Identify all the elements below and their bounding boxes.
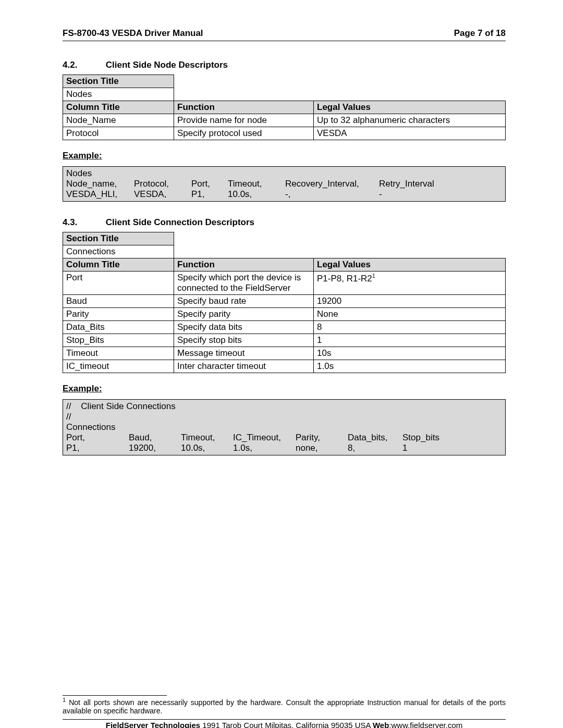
cell-legal: 10s [314, 347, 506, 360]
cell-column: Stop_Bits [63, 334, 174, 347]
example-col: Port, P1, [66, 433, 129, 453]
cell-legal: 1 [314, 334, 506, 347]
table-row: PortSpecify which port the device is con… [63, 272, 506, 295]
section-number: 4.2. [63, 60, 103, 70]
cell-function: Specify baud rate [174, 295, 314, 308]
cell-legal: VESDA [314, 127, 506, 140]
cell-function: Inter character timeout [174, 360, 314, 373]
footer-company: FieldServer Technologies [106, 721, 200, 728]
table-row: Protocol Specify protocol used VESDA [63, 127, 506, 140]
footer-web-label: Web [373, 721, 389, 728]
cell-column: Parity [63, 308, 174, 321]
cell-legal: P1-P8, R1-R21 [314, 272, 506, 295]
table-row: IC_timeoutInter character timeout1.0s [63, 360, 506, 373]
example-label: Example: [63, 151, 506, 161]
example-col: Timeout, 10.0s, [228, 179, 285, 200]
cell-legal: 1.0s [314, 360, 506, 373]
node-descriptors-table: Section Title Nodes Column Title Functio… [63, 75, 506, 140]
section-title: Client Side Connection Descriptors [106, 217, 254, 227]
node-example-box: Nodes Node_name, VESDA_HLI,Protocol, VES… [63, 166, 506, 202]
example-label: Example: [63, 384, 506, 394]
example-col: Port, P1, [191, 179, 228, 200]
example-col: Data_bits, 8, [348, 433, 402, 453]
cell-function: Specify data bits [174, 321, 314, 334]
cell-column: Node_Name [63, 114, 174, 127]
cell-legal: 19200 [314, 295, 506, 308]
footer-web: :www.fieldserver.com [389, 721, 462, 728]
cell-column: IC_timeout [63, 360, 174, 373]
page-footer: FieldServer Technologies 1991 Tarob Cour… [63, 721, 506, 728]
blank-cell [174, 245, 506, 258]
cell-column: Data_Bits [63, 321, 174, 334]
header-left: FS-8700-43 VESDA Driver Manual [63, 28, 203, 39]
header-right: Page 7 of 18 [454, 28, 506, 39]
example-pre: // Client Side Connections // Connection… [66, 401, 502, 433]
table-row: ParitySpecify parityNone [63, 308, 506, 321]
example-col: Recovery_Interval, -, [285, 179, 379, 200]
cell-function: Specify parity [174, 308, 314, 321]
cell-function: Specify which port the device is connect… [174, 272, 314, 295]
table-row: Stop_BitsSpecify stop bits1 [63, 334, 506, 347]
connection-descriptors-table: Section Title Connections Column Title F… [63, 232, 506, 373]
section-title-header: Section Title [63, 75, 174, 88]
example-columns: Node_name, VESDA_HLI,Protocol, VESDA,Por… [66, 179, 502, 200]
footer-separator [63, 719, 506, 720]
example-line: Nodes [66, 168, 502, 179]
table-row: TimeoutMessage timeout10s [63, 347, 506, 360]
section-4-2-heading: 4.2. Client Side Node Descriptors [63, 60, 506, 70]
footnote-text: Not all ports shown are necessarily supp… [63, 698, 506, 715]
example-columns: Port, P1,Baud, 19200,Timeout, 10.0s,IC_T… [66, 433, 502, 453]
section-title: Client Side Node Descriptors [106, 60, 228, 70]
example-col: Protocol, VESDA, [134, 179, 191, 200]
cell-legal: 8 [314, 321, 506, 334]
table-row: Node_Name Provide name for node Up to 32… [63, 114, 506, 127]
col-header-column: Column Title [63, 101, 174, 114]
cell-function: Message timeout [174, 347, 314, 360]
example-col: IC_Timeout, 1.0s, [233, 433, 296, 453]
table-row: Data_BitsSpecify data bits8 [63, 321, 506, 334]
example-col: Baud, 19200, [129, 433, 181, 453]
blank-cell [174, 232, 506, 245]
col-header-column: Column Title [63, 258, 174, 272]
example-col: Stop_bits 1 [402, 433, 449, 453]
cell-function: Specify protocol used [174, 127, 314, 140]
section-number: 4.3. [63, 217, 103, 228]
connection-example-box: // Client Side Connections // Connection… [63, 399, 506, 455]
blank-cell [174, 88, 506, 101]
cell-column: Port [63, 272, 174, 295]
section-title-value: Nodes [63, 88, 174, 101]
footnote-separator [63, 695, 167, 696]
col-header-function: Function [174, 101, 314, 114]
table-row: BaudSpecify baud rate19200 [63, 295, 506, 308]
blank-cell [174, 75, 506, 88]
cell-column: Baud [63, 295, 174, 308]
cell-legal: Up to 32 alphanumeric characters [314, 114, 506, 127]
cell-legal: None [314, 308, 506, 321]
col-header-legal: Legal Values [314, 258, 506, 272]
footer-line-1: FieldServer Technologies 1991 Tarob Cour… [63, 721, 506, 728]
section-title-value: Connections [63, 245, 174, 258]
footnote: 1 Not all ports shown are necessarily su… [63, 697, 506, 715]
cell-function: Specify stop bits [174, 334, 314, 347]
example-col: Retry_Interval - [379, 179, 442, 200]
col-header-function: Function [174, 258, 314, 272]
cell-function: Provide name for node [174, 114, 314, 127]
page-header: FS-8700-43 VESDA Driver Manual Page 7 of… [63, 28, 506, 41]
example-col: Timeout, 10.0s, [181, 433, 233, 453]
example-col: Parity, none, [296, 433, 348, 453]
footer-address: 1991 Tarob Court Milpitas, California 95… [200, 721, 373, 728]
example-col: Node_name, VESDA_HLI, [66, 179, 134, 200]
section-title-header: Section Title [63, 232, 174, 245]
section-4-3-heading: 4.3. Client Side Connection Descriptors [63, 217, 506, 228]
col-header-legal: Legal Values [314, 101, 506, 114]
cell-column: Timeout [63, 347, 174, 360]
cell-column: Protocol [63, 127, 174, 140]
